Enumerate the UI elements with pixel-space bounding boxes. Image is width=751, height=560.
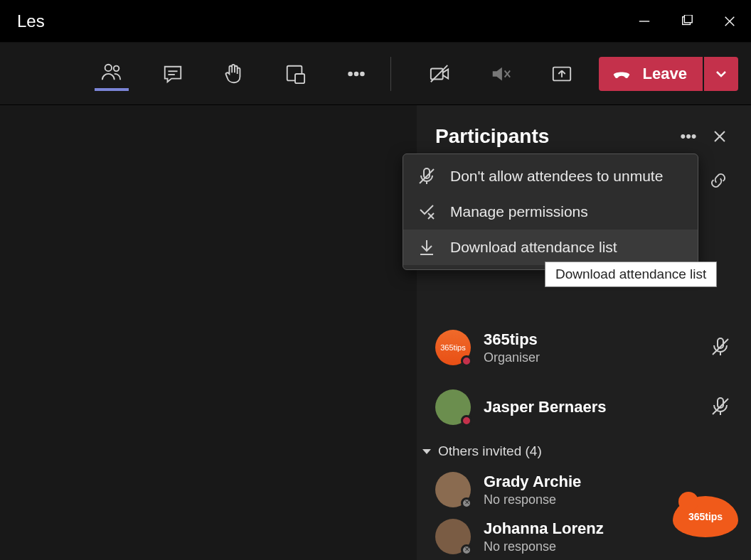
title-bar: Les [0, 0, 751, 43]
chevron-down-icon [714, 67, 728, 81]
close-icon [723, 15, 736, 28]
brand-text: 365tips [688, 511, 723, 522]
participants-button[interactable] [95, 57, 129, 91]
copy-link-button[interactable] [704, 166, 733, 195]
participants-options-menu: Don't allow attendees to unmute Manage p… [403, 154, 698, 270]
svg-rect-10 [295, 74, 304, 83]
participant-role: Organiser [484, 350, 697, 365]
maximize-icon [681, 15, 693, 28]
presence-busy-icon [461, 355, 472, 367]
participant-info: Jasper Bernaers [484, 398, 697, 416]
leave-button[interactable]: Leave [599, 57, 703, 91]
share-icon [551, 63, 572, 85]
people-icon [101, 61, 122, 82]
mic-toggle-button[interactable] [484, 57, 518, 91]
menu-label: Manage permissions [450, 203, 588, 220]
menu-manage-permissions[interactable]: Manage permissions [403, 194, 698, 230]
rooms-icon [284, 63, 306, 85]
toolbar-separator [390, 57, 391, 91]
participant-name: 365tips [484, 330, 697, 349]
window-title: Les [17, 11, 45, 31]
svg-point-13 [361, 72, 364, 75]
avatar [435, 472, 471, 507]
chat-icon [162, 63, 183, 85]
avatar: 365tips [435, 330, 471, 365]
minimize-icon [638, 15, 651, 28]
avatar-initials: 365tips [440, 343, 465, 352]
breakout-rooms-button[interactable] [278, 57, 312, 91]
panel-title: Participants [435, 125, 670, 148]
chevron-down-icon [421, 446, 432, 457]
menu-label: Download attendance list [450, 239, 617, 256]
menu-dont-allow-unmute[interactable]: Don't allow attendees to unmute [403, 158, 698, 194]
leave-options-button[interactable] [704, 57, 738, 91]
participant-name: Grady Archie [484, 473, 733, 491]
svg-point-6 [113, 65, 119, 71]
svg-point-12 [354, 72, 358, 75]
svg-point-5 [105, 64, 111, 70]
leave-group: Leave [599, 57, 738, 91]
leave-label: Leave [643, 65, 687, 83]
avatar [435, 389, 471, 425]
panel-header: Participants ••• [417, 105, 751, 159]
svg-rect-14 [430, 68, 442, 79]
more-actions-button[interactable] [339, 57, 373, 91]
menu-download-attendance[interactable]: Download attendance list [403, 230, 698, 265]
hand-icon [223, 63, 245, 85]
participant-info: 365tips Organiser [484, 330, 697, 365]
participant-row[interactable]: Jasper Bernaers [417, 384, 751, 431]
toolbar-right [422, 57, 579, 91]
participants-panel: Participants ••• Don't allow attendees t… [417, 105, 751, 560]
camera-toggle-button[interactable] [422, 57, 457, 91]
chat-button[interactable] [156, 57, 190, 91]
others-invited-header[interactable]: Others invited (4) [417, 431, 751, 466]
panel-more-button[interactable]: ••• [676, 124, 701, 149]
panel-close-button[interactable] [707, 124, 733, 149]
menu-label: Don't allow attendees to unmute [450, 168, 663, 185]
close-window-button[interactable] [708, 0, 751, 43]
mic-muted-icon [710, 336, 731, 357]
participant-mute-button[interactable] [710, 396, 733, 419]
response-status: No response [484, 539, 733, 554]
link-icon [708, 170, 729, 191]
svg-point-11 [348, 72, 352, 75]
group-label: Others invited (4) [438, 443, 542, 459]
toolbar-left [95, 57, 373, 91]
raise-hand-button[interactable] [217, 57, 251, 91]
presence-unknown-icon [461, 497, 472, 509]
mic-muted-icon [710, 396, 731, 417]
window-controls [623, 0, 751, 43]
minimize-button[interactable] [623, 0, 666, 43]
svg-marker-34 [422, 449, 431, 454]
mic-off-icon [417, 167, 436, 185]
avatar [435, 519, 471, 554]
participant-mute-button[interactable] [710, 336, 733, 359]
hangup-icon [612, 64, 632, 84]
presence-busy-icon [461, 415, 472, 426]
participant-name: Jasper Bernaers [484, 398, 697, 416]
maximize-button[interactable] [666, 0, 708, 43]
svg-rect-2 [684, 15, 692, 23]
more-icon [346, 63, 367, 85]
permissions-icon [417, 203, 436, 221]
meeting-toolbar: Leave [0, 43, 751, 105]
more-icon: ••• [680, 127, 696, 146]
close-icon [713, 129, 727, 144]
download-icon [417, 238, 436, 257]
participant-row[interactable]: 365tips 365tips Organiser [417, 324, 751, 371]
share-screen-button[interactable] [545, 57, 579, 91]
presence-unknown-icon [461, 544, 472, 556]
speaker-muted-icon [490, 63, 511, 85]
camera-off-icon [429, 63, 450, 85]
tooltip: Download attendance list [545, 262, 717, 287]
